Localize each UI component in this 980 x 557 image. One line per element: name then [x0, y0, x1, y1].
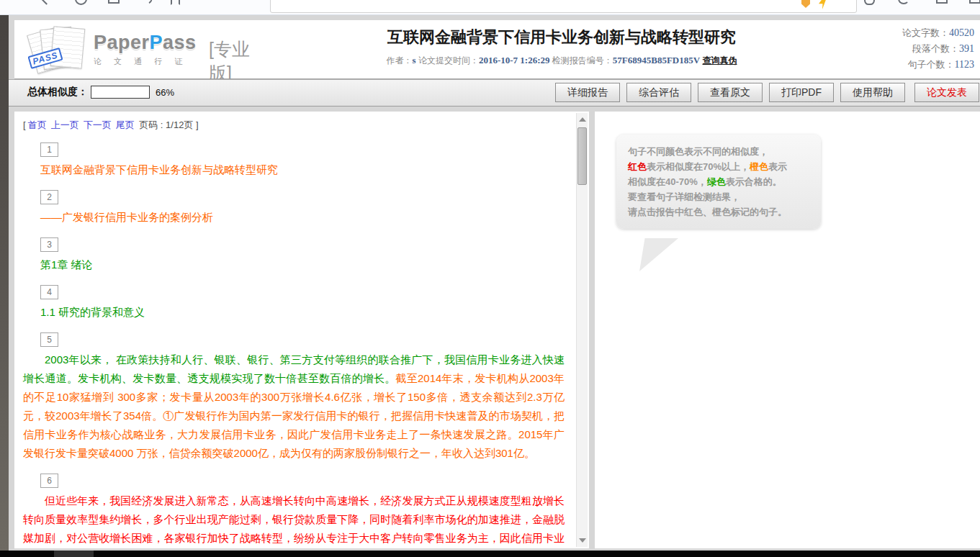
overall-evaluation-button[interactable]: 综合评估 — [626, 83, 691, 102]
legend-run-gray: 表示 — [768, 161, 787, 172]
sentence-count-row: 句子个数：1123 — [902, 57, 974, 73]
sentence-run-green: 1.1 研究的背景和意义 — [40, 306, 145, 318]
author-value: s — [412, 55, 415, 65]
brand-tagline: 论 文 通 行 证 — [94, 56, 197, 67]
edition-label: [专业版] — [209, 37, 265, 85]
scroll-down-arrow[interactable] — [579, 538, 586, 543]
sentence-text: 2003年以来， 在政策扶持和人行、银联、银行、第三方支付等组织的联合推广下，我… — [23, 350, 565, 463]
detailed-report-button[interactable]: 详细报告 — [555, 83, 620, 102]
legend-run-green: 绿色 — [707, 176, 726, 187]
report-toolbar: 总体相似度： 66% 详细报告 综合评估 查看原文 打印PDF 使用帮助 论文发… — [9, 79, 980, 107]
legend-line-1: 红色表示相似度在70%以上，橙色表示 — [628, 159, 809, 174]
sentence-block-6: 6但近些年来，我国经济发展进入新常态，从高速增长转向中高速增长，经济发展方式正从… — [23, 474, 565, 548]
legend-line-2: 相似度在40-70%，绿色表示合格的。 — [628, 174, 809, 189]
sentence-block-3: 3第1章 绪论 — [23, 237, 565, 274]
bookmark-icon[interactable] — [171, 0, 180, 5]
report-header: PASS PaperPass 论 文 通 行 证 [专业版] 互联网金融背景下信… — [14, 20, 980, 79]
gesture-icon[interactable] — [864, 0, 875, 5]
address-bar[interactable]: 192.168.199.134 — [270, 0, 857, 13]
page-link-0[interactable]: 首页 — [28, 119, 47, 130]
restore-icon[interactable] — [898, 0, 909, 4]
legend-run-orange: 橙色 — [750, 161, 768, 172]
sentence-number-badge: 2 — [40, 190, 58, 204]
legend-line-3: 要查看句子详细检测结果， — [628, 189, 809, 204]
legend-run-gray: 句子不同颜色表示不同的相似度， — [628, 146, 768, 157]
similarity-percent: 66% — [156, 87, 174, 98]
document-title: 互联网金融背景下信用卡业务创新与战略转型研究 — [310, 27, 814, 48]
new-tab-icon[interactable] — [936, 0, 948, 4]
legend-line-0: 句子不同颜色表示不同的相似度， — [628, 144, 809, 159]
taskbar — [0, 551, 980, 557]
color-legend-tooltip: 句子不同颜色表示不同的相似度，红色表示相似度在70%以上，橙色表示相似度在40-… — [616, 135, 821, 229]
page-link-3[interactable]: 尾页 — [116, 119, 135, 130]
content-scrollbar[interactable] — [576, 113, 588, 547]
sentence-text: 互联网金融背景下信用卡业务创新与战略转型研究 — [40, 160, 565, 179]
overall-similarity: 总体相似度： 66% — [27, 86, 174, 99]
sentence-run-red[interactable]: 但近些年来，我国经济发展进入新常态，从高速增长转向中高速增长，经济发展方式正从规… — [23, 494, 565, 548]
paperpass-logo: PASS PaperPass 论 文 通 行 证 [专业版] — [27, 26, 265, 73]
page-link-2[interactable]: 下一页 — [84, 119, 112, 130]
home-icon[interactable] — [108, 0, 120, 4]
page-info: 页码 : 1/12页 — [139, 119, 193, 130]
sentence-run-orange[interactable]: 互联网金融背景下信用卡业务创新与战略转型研究 — [40, 163, 278, 176]
word-count-row: 论文字数：40520 — [902, 25, 974, 41]
scroll-up-arrow[interactable] — [579, 117, 586, 122]
taskbar-app-segment[interactable] — [54, 551, 94, 557]
sentence-block-4: 41.1 研究的背景和意义 — [23, 285, 565, 322]
similarity-label: 总体相似度： — [27, 86, 88, 99]
history-icon[interactable] — [140, 0, 154, 6]
legend-line-4: 请点击报告中红色、橙色标记的句子。 — [628, 204, 809, 219]
similarity-progress-bar — [91, 86, 150, 99]
sentence-text: 第1章 绪论 — [40, 255, 565, 274]
legend-run-gray: 表示合格的。 — [726, 176, 782, 187]
back-icon[interactable] — [40, 0, 53, 5]
pagination: [首页上一页下一页尾页 页码 : 1/12页 ] — [23, 119, 565, 132]
help-button[interactable]: 使用帮助 — [840, 83, 905, 102]
paper-publish-button[interactable]: 论文发表 — [914, 83, 979, 102]
word-count-value: 40520 — [949, 27, 974, 38]
report-content-panel: [首页上一页下一页尾页 页码 : 1/12页 ] 1互联网金融背景下信用卡业务创… — [14, 112, 589, 548]
brand-name: PaperPass — [94, 32, 197, 54]
sentence-block-1: 1互联网金融背景下信用卡业务创新与战略转型研究 — [23, 142, 565, 179]
submit-time-value: 2016-10-7 1:26:29 — [479, 55, 550, 65]
refresh-icon[interactable] — [75, 0, 87, 5]
legend-run-gray: 要查看句子详细检测结果， — [628, 191, 740, 202]
sentence-run-orange[interactable]: 截至2014年末，发卡机构从2003年的不足10家猛增到 300多家；发卡量从2… — [23, 372, 565, 459]
browser-toolbar: 192.168.199.134 — [0, 0, 980, 15]
tooltip-tail — [639, 238, 678, 271]
sentence-number-badge: 1 — [40, 142, 58, 157]
toolbar-buttons: 详细报告 综合评估 查看原文 打印PDF 使用帮助 论文发表 — [549, 83, 979, 102]
sentence-number-badge: 5 — [40, 332, 58, 347]
page-link-1[interactable]: 上一页 — [51, 119, 79, 130]
scrollbar-thumb[interactable] — [577, 127, 587, 185]
sentence-text: ——广发银行信用卡业务的案例分析 — [40, 208, 565, 227]
sentence-count-value: 1123 — [955, 59, 974, 70]
legend-panel: 句子不同颜色表示不同的相似度，红色表示相似度在70%以上，橙色表示相似度在40-… — [595, 112, 980, 548]
sentence-number-badge: 3 — [40, 237, 58, 252]
sentence-number-badge: 6 — [40, 474, 58, 488]
print-pdf-button[interactable]: 打印PDF — [769, 83, 834, 102]
paragraph-count-value: 391 — [959, 43, 974, 54]
sentence-text: 1.1 研究的背景和意义 — [40, 303, 565, 322]
window-icon[interactable] — [969, 0, 980, 4]
sentence-block-2: 2——广发银行信用卡业务的案例分析 — [23, 190, 565, 227]
report-number-value: 57F68945B85FD185V — [613, 55, 700, 65]
sentence-text: 但近些年来，我国经济发展进入新常态，从高速增长转向中高速增长，经济发展方式正从规… — [23, 492, 565, 548]
legend-run-gray: 表示相似度在70%以上， — [647, 161, 750, 172]
paragraph-count-row: 段落个数：391 — [902, 41, 974, 57]
view-original-button[interactable]: 查看原文 — [698, 83, 763, 102]
sentence-block-5: 52003年以来， 在政策扶持和人行、银联、银行、第三方支付等组织的联合推广下，… — [23, 332, 565, 463]
document-meta: 作者：s 论文提交时间：2016-10-7 1:26:29 检测报告编号：57F… — [310, 55, 814, 67]
sentence-run-orange[interactable]: ——广发银行信用卡业务的案例分析 — [40, 211, 213, 223]
sentence-run-green: 第1章 绪论 — [40, 258, 93, 271]
window-left-edge — [0, 14, 9, 551]
legend-run-red: 红色 — [628, 161, 647, 172]
verify-authenticity-link[interactable]: 查询真伪 — [703, 55, 737, 65]
paper-stack-icon: PASS — [27, 26, 89, 73]
document-stats: 论文字数：40520 段落个数：391 句子个数：1123 — [902, 25, 974, 73]
sentence-number-badge: 4 — [40, 285, 58, 299]
legend-run-gray: 相似度在40-70%， — [628, 176, 707, 187]
legend-run-gray: 请点击报告中红色、橙色标记的句子。 — [628, 207, 787, 217]
